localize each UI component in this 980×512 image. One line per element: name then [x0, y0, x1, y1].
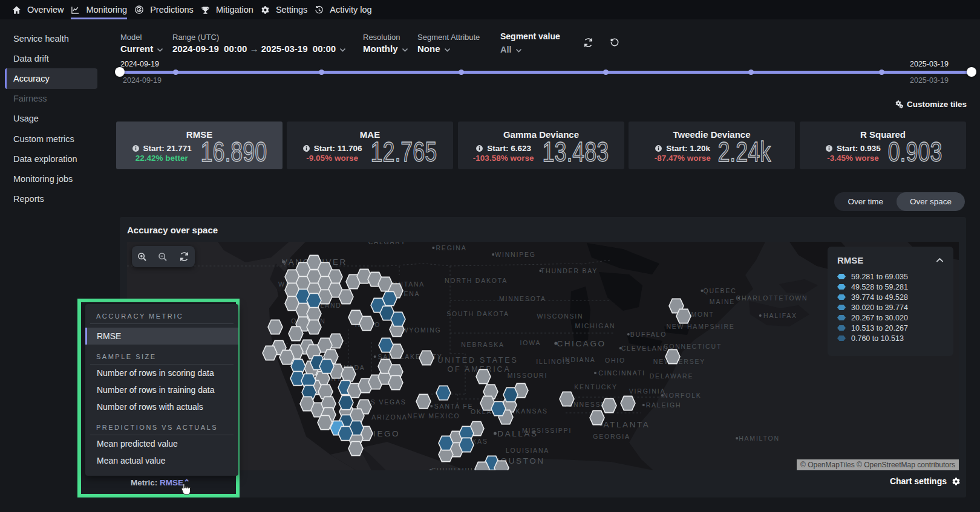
svg-text:VIRGINIA: VIRGINIA — [629, 387, 666, 395]
svg-text:HAMILTON: HAMILTON — [739, 435, 780, 442]
svg-text:RALEIGH: RALEIGH — [646, 401, 682, 409]
svg-text:BUFFALO: BUFFALO — [630, 331, 667, 338]
svg-text:KENTUCKY: KENTUCKY — [574, 383, 618, 390]
svg-text:GEORGIA: GEORGIA — [593, 433, 630, 440]
svg-text:WINNIPEG: WINNIPEG — [495, 251, 535, 258]
svg-text:CHARLOTTETOWN: CHARLOTTETOWN — [736, 294, 808, 302]
svg-text:MISSOURI: MISSOURI — [508, 372, 547, 379]
svg-text:NORTH DAKOTA: NORTH DAKOTA — [445, 277, 508, 284]
svg-text:NEBRASKA: NEBRASKA — [461, 341, 505, 348]
svg-text:LOUISIANA: LOUISIANA — [506, 447, 549, 454]
svg-text:INDIANA: INDIANA — [562, 356, 595, 363]
svg-text:CHIHUAHUA: CHIHUAHUA — [431, 467, 479, 470]
svg-text:MAINE: MAINE — [710, 298, 735, 305]
svg-text:MICHIGAN: MICHIGAN — [575, 322, 616, 329]
svg-text:CALGARY: CALGARY — [368, 242, 407, 245]
svg-text:THUNDER BAY: THUNDER BAY — [541, 267, 598, 274]
svg-text:CLEVELAND: CLEVELAND — [621, 345, 669, 352]
svg-text:CHICAGO: CHICAGO — [557, 339, 606, 348]
svg-text:OHIO: OHIO — [605, 357, 626, 364]
svg-text:QUEBEC: QUEBEC — [703, 287, 736, 294]
svg-text:CONNECTICUT: CONNECTICUT — [664, 343, 722, 350]
svg-text:NORFOLK: NORFOLK — [663, 392, 701, 399]
svg-text:WISCONSIN: WISCONSIN — [537, 313, 584, 320]
svg-text:MINNESOTA: MINNESOTA — [499, 295, 546, 302]
svg-text:ARIZONA: ARIZONA — [371, 413, 407, 421]
svg-text:ATLANTA: ATLANTA — [604, 420, 650, 429]
svg-text:UNITED STATES: UNITED STATES — [437, 356, 518, 365]
svg-text:DALLAS: DALLAS — [497, 429, 538, 438]
svg-text:IOWA: IOWA — [520, 339, 541, 346]
svg-text:NEW MEXICO: NEW MEXICO — [408, 412, 460, 420]
svg-text:CINCINNATI: CINCINNATI — [598, 369, 645, 377]
svg-text:SANTA FE: SANTA FE — [434, 403, 473, 410]
svg-text:NEW HAMPSHIRE: NEW HAMPSHIRE — [666, 323, 734, 330]
svg-text:SOUTH DAKOTA: SOUTH DAKOTA — [446, 310, 509, 317]
svg-text:HALIFAX: HALIFAX — [763, 312, 797, 319]
svg-text:DELAWARE: DELAWARE — [650, 372, 694, 380]
svg-text:WYOMING: WYOMING — [402, 326, 441, 334]
svg-text:REGINA: REGINA — [436, 244, 466, 251]
